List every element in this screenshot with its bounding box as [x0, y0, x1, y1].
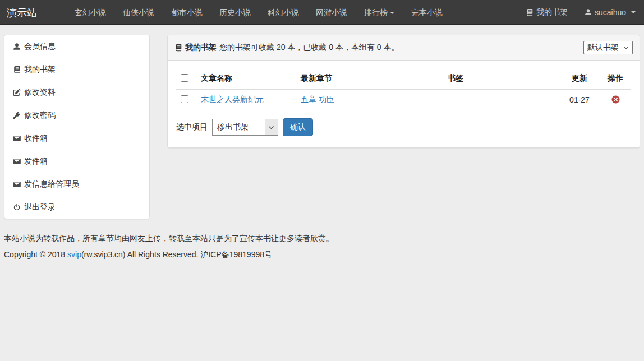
chevron-down-icon — [623, 45, 629, 50]
caret-down-icon — [631, 11, 636, 13]
confirm-button[interactable]: 确认 — [283, 118, 313, 136]
bookshelf-table: 文章名称 最新章节 书签 更新 操作 末世之人类新纪元 五章 功臣 — [176, 68, 631, 110]
col-header-title: 文章名称 — [196, 68, 296, 89]
col-header-update: 更新 — [559, 68, 600, 89]
footer-svip-link[interactable]: svip — [67, 250, 81, 259]
table-row: 末世之人类新纪元 五章 功臣 01-27 — [176, 89, 631, 110]
delete-icon[interactable] — [611, 95, 620, 104]
key-icon — [13, 112, 21, 119]
envelope-icon — [13, 135, 21, 142]
power-icon — [13, 203, 21, 211]
book-icon — [13, 66, 21, 73]
sidebar-item-logout[interactable]: 退出登录 — [4, 196, 150, 219]
main-nav: 玄幻小说 仙侠小说 都市小说 历史小说 科幻小说 网游小说 排行榜 完本小说 — [66, 0, 451, 24]
nav-item-wanben[interactable]: 完本小说 — [403, 0, 451, 26]
table-header-row: 文章名称 最新章节 书签 更新 操作 — [176, 68, 631, 89]
nav-item-dushi[interactable]: 都市小说 — [163, 0, 211, 26]
site-brand[interactable]: 演示站 — [0, 0, 66, 24]
update-date: 01-27 — [559, 89, 600, 110]
bookshelf-title: 我的书架 您的书架可收藏 20 本，已收藏 0 本，本组有 0 本。 — [174, 43, 399, 53]
sidebar-item-inbox[interactable]: 收件箱 — [4, 127, 150, 150]
bookmark-cell — [443, 89, 559, 110]
sidebar-item-change-password[interactable]: 修改密码 — [4, 104, 150, 127]
top-navbar: 演示站 玄幻小说 仙侠小说 都市小说 历史小说 科幻小说 网游小说 排行榜 完本… — [0, 0, 644, 25]
navbar-bookshelf-link[interactable]: 我的书架 — [517, 0, 576, 24]
sidebar-item-edit-profile[interactable]: 修改资料 — [4, 81, 150, 104]
nav-item-xianxia[interactable]: 仙侠小说 — [114, 0, 163, 26]
sidebar-item-outbox[interactable]: 发件箱 — [4, 150, 150, 173]
bookshelf-main: 我的书架 您的书架可收藏 20 本，已收藏 0 本，本组有 0 本。 默认书架 … — [167, 35, 640, 148]
chevron-down-icon — [264, 119, 278, 135]
edit-icon — [13, 89, 21, 96]
bookshelf-summary: 您的书架可收藏 20 本，已收藏 0 本，本组有 0 本。 — [219, 43, 399, 53]
bulk-action-select[interactable]: 移出书架 — [212, 119, 278, 136]
sidebar-item-my-bookshelf[interactable]: 我的书架 — [4, 58, 150, 81]
nav-item-wangyou[interactable]: 网游小说 — [307, 0, 356, 26]
navbar-user-menu[interactable]: sucaihuo — [576, 0, 644, 24]
col-header-latest-chapter: 最新章节 — [296, 68, 443, 89]
book-icon — [526, 8, 533, 16]
shelf-group-select[interactable]: 默认书架 — [583, 41, 633, 54]
bulk-action-form: 选中项目 移出书架 确认 — [176, 118, 631, 136]
sidebar-item-message-admin[interactable]: 发信息给管理员 — [4, 173, 150, 196]
latest-chapter-link[interactable]: 五章 功臣 — [301, 95, 334, 104]
page-footer: 本站小说为转载作品，所有章节均由网友上传，转载至本站只是为了宣传本书让更多读者欣… — [0, 219, 644, 260]
book-icon — [174, 44, 182, 52]
navbar-right: 我的书架 sucaihuo — [517, 0, 644, 24]
envelope-icon — [13, 180, 21, 188]
user-sidebar: 会员信息 我的书架 修改资料 修改密码 收件箱 发件箱 — [4, 35, 150, 219]
user-icon — [585, 8, 592, 16]
select-all-checkbox[interactable] — [181, 74, 188, 82]
footer-disclaimer: 本站小说为转载作品，所有章节均由网友上传，转载至本站只是为了宣传本书让更多读者欣… — [4, 234, 640, 244]
bulk-action-label: 选中项目 — [176, 122, 208, 132]
user-icon — [13, 43, 21, 50]
sidebar-item-member-info[interactable]: 会员信息 — [4, 35, 150, 58]
bookshelf-panel-heading: 我的书架 您的书架可收藏 20 本，已收藏 0 本，本组有 0 本。 默认书架 — [168, 35, 640, 61]
page-content: 会员信息 我的书架 修改资料 修改密码 收件箱 发件箱 — [0, 25, 644, 219]
nav-item-lishi[interactable]: 历史小说 — [211, 0, 259, 26]
caret-down-icon — [390, 12, 394, 14]
footer-copyright: Copyright © 2018 svip(rw.svip3.cn) All R… — [4, 250, 640, 260]
nav-item-kehuan[interactable]: 科幻小说 — [259, 0, 307, 26]
bookshelf-panel-body: 文章名称 最新章节 书签 更新 操作 末世之人类新纪元 五章 功臣 — [168, 61, 640, 147]
nav-item-xuanhuan[interactable]: 玄幻小说 — [66, 0, 114, 26]
col-header-bookmark: 书签 — [443, 68, 559, 89]
bookshelf-panel: 我的书架 您的书架可收藏 20 本，已收藏 0 本，本组有 0 本。 默认书架 … — [167, 35, 640, 148]
nav-item-ranking[interactable]: 排行榜 — [356, 0, 403, 26]
envelope-icon — [13, 158, 21, 165]
col-header-action: 操作 — [600, 68, 631, 89]
sidebar-menu: 会员信息 我的书架 修改资料 修改密码 收件箱 发件箱 — [4, 35, 150, 219]
row-checkbox[interactable] — [181, 95, 188, 103]
book-title-link[interactable]: 末世之人类新纪元 — [201, 95, 264, 104]
